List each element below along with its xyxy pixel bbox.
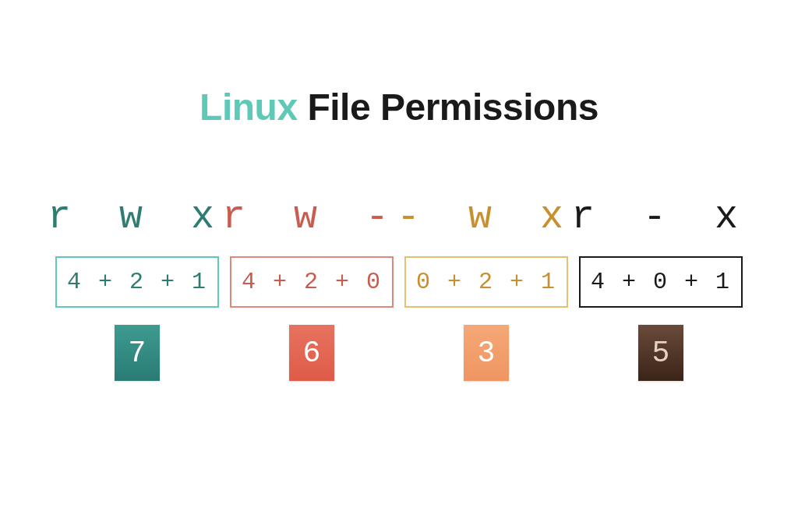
permission-symbols: - w x bbox=[397, 195, 576, 239]
result-badge: 7 bbox=[115, 325, 160, 381]
calculation-box: 4 + 0 + 1 bbox=[579, 256, 743, 308]
title-main: File Permissions bbox=[307, 86, 598, 128]
permission-group-rx: r - x 4 + 0 + 1 5 bbox=[579, 195, 743, 381]
calculation-box: 0 + 2 + 1 bbox=[404, 256, 568, 308]
permission-groups: r w x 4 + 2 + 1 7 r w - 4 + 2 + 0 6 - w … bbox=[0, 195, 798, 381]
result-badge: 3 bbox=[464, 325, 509, 381]
permission-symbols: r - x bbox=[571, 195, 750, 239]
page-title: Linux File Permissions bbox=[0, 86, 798, 129]
permission-symbols: r w - bbox=[222, 195, 401, 239]
permission-group-rw: r w - 4 + 2 + 0 6 bbox=[230, 195, 394, 381]
permission-group-wx: - w x 0 + 2 + 1 3 bbox=[404, 195, 568, 381]
result-badge: 6 bbox=[289, 325, 334, 381]
permission-symbols: r w x bbox=[48, 195, 227, 239]
calculation-box: 4 + 2 + 0 bbox=[230, 256, 394, 308]
result-badge: 5 bbox=[638, 325, 683, 381]
calculation-box: 4 + 2 + 1 bbox=[55, 256, 219, 308]
title-accent: Linux bbox=[200, 86, 298, 128]
permission-group-rwx: r w x 4 + 2 + 1 7 bbox=[55, 195, 219, 381]
